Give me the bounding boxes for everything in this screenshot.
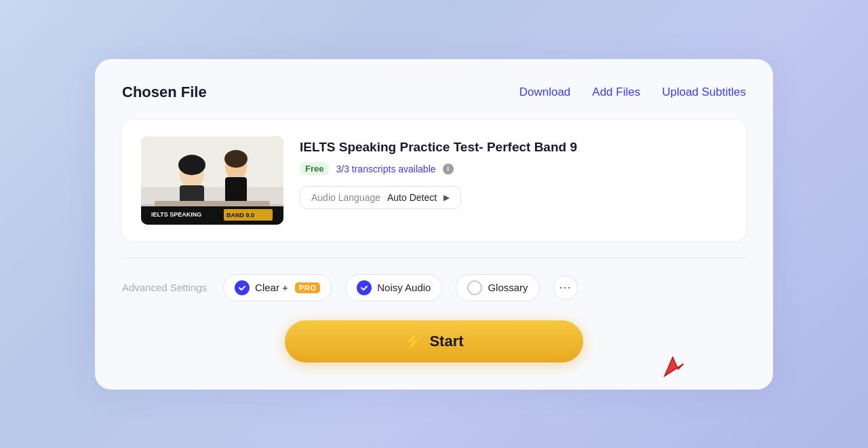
more-options-button[interactable]: ··· [553, 276, 578, 300]
chevron-right-icon: ▶ [443, 193, 450, 202]
pro-badge: PRO [295, 282, 320, 293]
main-card: Chosen File Download Add Files Upload Su… [95, 59, 773, 390]
start-label: Start [429, 333, 463, 350]
clear-pro-toggle[interactable]: Clear + PRO [223, 274, 332, 301]
header-actions: Download Add Files Upload Subtitles [519, 86, 746, 99]
clear-label: Clear + [255, 282, 288, 293]
clear-pro-check-icon [235, 280, 250, 295]
more-dots-icon: ··· [559, 280, 572, 295]
advanced-settings-label: Advanced Settings [122, 282, 207, 293]
free-badge: Free [300, 162, 329, 175]
file-title: IELTS Speaking Practice Test- Perfect Ba… [300, 139, 727, 156]
svg-point-8 [224, 150, 248, 168]
page-title: Chosen File [122, 83, 207, 101]
bolt-icon: ⚡ [404, 333, 422, 350]
audio-language-button[interactable]: Audio Language Auto Detect ▶ [300, 186, 461, 209]
advanced-settings-row: Advanced Settings Clear + PRO Noisy Audi… [122, 274, 746, 301]
start-button-container: ⚡ Start [122, 320, 746, 362]
file-info-card: IELTS SPEAKING BAND 9.0 IELTS Speaking P… [122, 120, 746, 241]
noisy-audio-toggle[interactable]: Noisy Audio [345, 274, 442, 301]
start-button[interactable]: ⚡ Start [285, 320, 583, 362]
add-files-button[interactable]: Add Files [592, 86, 640, 99]
download-button[interactable]: Download [519, 86, 571, 99]
glossary-toggle[interactable]: Glossary [456, 274, 539, 301]
svg-text:BAND 9.0: BAND 9.0 [226, 212, 254, 219]
svg-rect-2 [141, 136, 283, 187]
svg-rect-9 [155, 201, 270, 206]
divider [122, 257, 746, 258]
file-details: IELTS Speaking Practice Test- Perfect Ba… [300, 136, 727, 210]
upload-subtitles-button[interactable]: Upload Subtitles [662, 86, 746, 99]
noisy-audio-label: Noisy Audio [377, 282, 431, 293]
card-header: Chosen File Download Add Files Upload Su… [122, 83, 746, 101]
transcripts-text: 3/3 transcripts available [336, 164, 435, 174]
audio-language-label: Audio Language [311, 192, 380, 203]
file-meta: Free 3/3 transcripts available i [300, 162, 727, 175]
glossary-empty-circle [467, 280, 482, 295]
cursor-arrow [659, 349, 692, 381]
audio-language-value: Auto Detect [387, 192, 437, 203]
noisy-audio-check-icon [357, 280, 372, 295]
info-icon[interactable]: i [443, 164, 454, 174]
svg-point-5 [178, 155, 205, 175]
svg-text:IELTS SPEAKING: IELTS SPEAKING [151, 211, 201, 218]
video-thumbnail: IELTS SPEAKING BAND 9.0 [141, 136, 283, 225]
glossary-label: Glossary [488, 282, 528, 293]
